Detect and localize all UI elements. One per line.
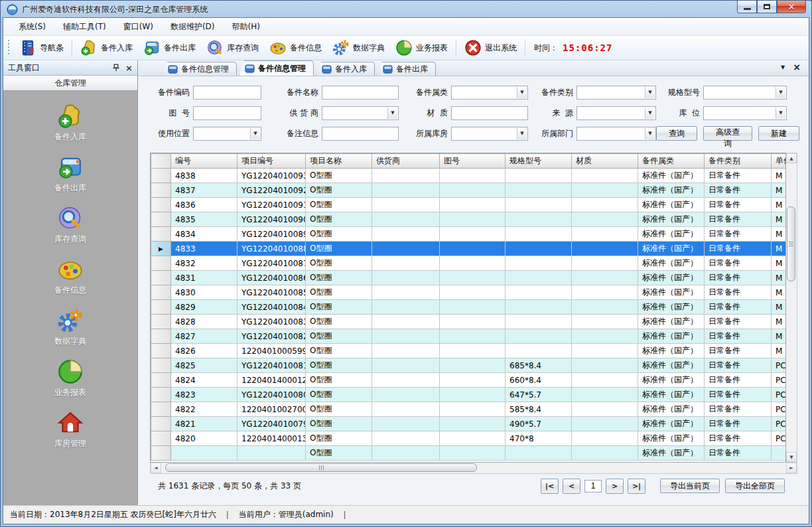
table-cell[interactable]: 4829 — [171, 300, 237, 315]
table-cell[interactable] — [372, 212, 440, 227]
table-cell[interactable] — [506, 446, 572, 461]
table-cell[interactable]: PC — [772, 402, 786, 417]
table-cell[interactable] — [372, 183, 440, 198]
table-cell[interactable] — [440, 271, 506, 285]
table-cell[interactable]: 日常备件 — [705, 402, 772, 417]
table-cell[interactable] — [440, 358, 506, 373]
toolbar-grip[interactable] — [7, 39, 11, 56]
dropdown-field[interactable]: ▼ — [703, 86, 787, 100]
next-page-button[interactable]: > — [606, 479, 624, 494]
table-cell[interactable] — [372, 373, 440, 388]
table-cell[interactable] — [237, 446, 306, 461]
table-cell[interactable]: 日常备件 — [705, 271, 772, 285]
table-row[interactable]: 4829YG12204010084O型圈标准件（国产）日常备件M — [151, 300, 786, 315]
table-cell[interactable]: 1220401400012 — [237, 373, 306, 388]
minimize-button[interactable] — [737, 1, 757, 13]
table-cell[interactable]: 4827 — [171, 329, 237, 344]
table-cell[interactable]: 标准件（国产） — [638, 227, 705, 242]
sidebar-item[interactable]: 库房管理 — [27, 404, 113, 455]
table-cell[interactable]: O型圈 — [306, 256, 372, 271]
table-cell[interactable] — [440, 402, 506, 417]
table-cell[interactable] — [772, 446, 786, 461]
table-cell[interactable]: O型圈 — [306, 431, 372, 446]
column-header[interactable]: 备件属类 — [638, 154, 705, 169]
text-input[interactable] — [194, 86, 261, 99]
table-cell[interactable] — [572, 446, 638, 461]
sidebar-item[interactable]: 备件信息 — [27, 251, 113, 302]
vertical-scroll-thumb[interactable] — [787, 206, 795, 281]
table-cell[interactable] — [372, 329, 440, 344]
table-cell[interactable]: M — [772, 183, 786, 198]
table-cell[interactable] — [372, 402, 440, 417]
chevron-down-icon[interactable]: ▼ — [645, 108, 655, 119]
menu-item[interactable]: 帮助(H) — [224, 18, 269, 36]
table-row[interactable]: 4831YG12204010086O型圈标准件（国产）日常备件M — [151, 271, 786, 285]
table-cell[interactable]: 日常备件 — [705, 300, 772, 315]
table-cell[interactable]: O型圈 — [306, 300, 372, 315]
chevron-down-icon[interactable]: ▼ — [776, 108, 785, 119]
table-cell[interactable] — [372, 358, 440, 373]
row-selector-cell[interactable] — [151, 212, 171, 227]
table-cell[interactable]: 标准件（国产） — [638, 183, 705, 198]
dropdown-field[interactable]: ▼ — [451, 86, 528, 100]
chevron-down-icon[interactable]: ▼ — [645, 87, 655, 98]
column-header[interactable]: 单位 — [772, 154, 786, 169]
table-cell[interactable]: O型圈 — [306, 242, 372, 256]
table-cell[interactable]: O型圈 — [306, 169, 372, 183]
table-cell[interactable] — [506, 315, 572, 329]
table-row[interactable]: 48241220401400012O型圈660*8.4标准件（国产）日常备件PC — [151, 373, 786, 388]
table-cell[interactable]: M — [772, 285, 786, 300]
page-number-input[interactable] — [584, 480, 602, 492]
row-selector-cell[interactable] — [151, 417, 171, 431]
table-cell[interactable]: 4833 — [171, 242, 237, 256]
toolbar-button[interactable]: 库存查询 — [201, 37, 264, 58]
row-selector-cell[interactable] — [151, 373, 171, 388]
table-cell[interactable] — [440, 431, 506, 446]
table-cell[interactable]: M — [772, 227, 786, 242]
table-row-partial[interactable]: O型圈标准件（国产）日常备件 — [151, 446, 786, 461]
table-row[interactable]: ▶4833YG12204010088O型圈标准件（国产）日常备件M — [151, 242, 786, 256]
table-cell[interactable] — [372, 315, 440, 329]
table-cell[interactable]: 标准件（国产） — [638, 446, 705, 461]
table-cell[interactable]: YG12204010081 — [237, 358, 306, 373]
text-input[interactable] — [322, 127, 398, 140]
table-cell[interactable]: 4826 — [171, 344, 237, 358]
table-cell[interactable] — [440, 329, 506, 344]
table-cell[interactable]: O型圈 — [306, 402, 372, 417]
table-cell[interactable] — [372, 417, 440, 431]
scroll-down-icon[interactable]: ▼ — [786, 452, 797, 462]
table-cell[interactable]: 日常备件 — [705, 388, 772, 402]
sidebar-item[interactable]: 库存查询 — [27, 200, 113, 251]
table-cell[interactable] — [572, 417, 638, 431]
prev-page-button[interactable]: < — [563, 479, 580, 494]
table-cell[interactable] — [372, 169, 440, 183]
table-row[interactable]: 4832YG12204010087O型圈标准件（国产）日常备件M — [151, 256, 786, 271]
table-cell[interactable]: YG12204010083 — [237, 315, 306, 329]
table-cell[interactable]: O型圈 — [306, 446, 372, 461]
table-cell[interactable] — [572, 285, 638, 300]
table-cell[interactable]: PC — [772, 431, 786, 446]
table-cell[interactable] — [372, 431, 440, 446]
table-cell[interactable] — [506, 183, 572, 198]
table-cell[interactable] — [372, 300, 440, 315]
row-selector-cell[interactable] — [151, 329, 171, 344]
table-cell[interactable]: 4820 — [171, 431, 237, 446]
table-cell[interactable]: YG12204010088 — [237, 242, 306, 256]
table-cell[interactable] — [372, 256, 440, 271]
table-cell[interactable]: 4828 — [171, 315, 237, 329]
sidebar-item[interactable]: 数据字典 — [27, 302, 113, 353]
table-cell[interactable] — [440, 446, 506, 461]
dropdown-field[interactable]: ▼ — [193, 127, 261, 141]
table-cell[interactable]: 标准件（国产） — [638, 198, 705, 212]
toolbar-button[interactable]: 导航条 — [14, 37, 69, 58]
table-cell[interactable]: 660*8.4 — [506, 373, 572, 388]
chevron-down-icon[interactable]: ▼ — [517, 128, 527, 139]
table-cell[interactable] — [506, 271, 572, 285]
toolbar-button[interactable]: 备件出库 — [138, 37, 201, 58]
table-cell[interactable]: 日常备件 — [705, 431, 772, 446]
table-cell[interactable] — [440, 285, 506, 300]
table-cell[interactable]: 日常备件 — [705, 315, 772, 329]
dropdown-field[interactable]: ▼ — [576, 86, 656, 100]
sidebar-close-icon[interactable]: × — [125, 63, 133, 73]
table-cell[interactable]: M — [772, 300, 786, 315]
